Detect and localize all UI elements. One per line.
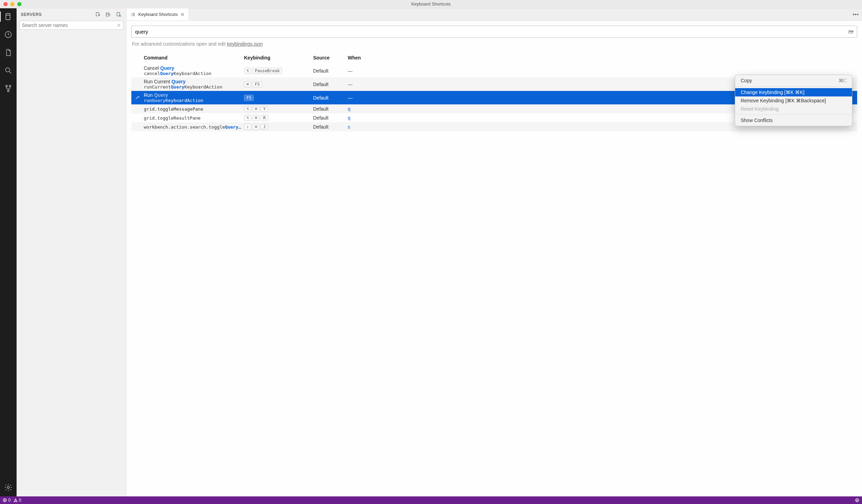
activity-bar — [0, 8, 17, 496]
menu-copy[interactable]: Copy⌘C — [735, 76, 852, 85]
helper-text: For advanced customizations open and edi… — [131, 38, 857, 52]
tab-overflow-button[interactable]: ••• — [850, 8, 862, 20]
sidebar-title: SERVERS — [21, 12, 91, 17]
svg-rect-0 — [6, 13, 10, 20]
svg-rect-10 — [96, 12, 99, 16]
source-cell: Default — [313, 115, 348, 121]
editor-area: Keyboard Shortcuts ✕ ••• For advanced cu… — [127, 8, 862, 496]
tab-label: Keyboard Shortcuts — [138, 12, 178, 17]
svg-point-7 — [8, 90, 9, 92]
server-search-field[interactable]: ✕ — [19, 21, 123, 30]
menu-show-conflicts[interactable]: Show Conflicts — [735, 116, 852, 124]
status-warnings[interactable]: 0 — [13, 498, 21, 503]
files-activity-icon[interactable] — [3, 47, 14, 58]
window-minimize-button[interactable] — [10, 2, 15, 6]
menu-remove-keybinding[interactable]: Remove Keybinding [⌘K ⌘Backspace] — [735, 96, 852, 105]
svg-rect-26 — [852, 31, 852, 32]
source-cell: Default — [313, 106, 348, 112]
keybinding-cell: ⌥⌘R — [244, 115, 313, 121]
window-titlebar: Keyboard Shortcuts — [0, 0, 862, 8]
svg-point-33 — [856, 500, 857, 500]
svg-point-34 — [858, 500, 858, 500]
command-cell: grid.toggleResultPane — [144, 115, 244, 121]
edit-icon[interactable] — [131, 95, 144, 100]
svg-point-6 — [9, 85, 11, 87]
new-group-icon[interactable] — [105, 11, 112, 18]
menu-reset-keybinding: Reset Keybinding — [735, 105, 852, 113]
close-tab-icon[interactable]: ✕ — [180, 12, 185, 17]
record-keys-icon[interactable] — [847, 28, 854, 35]
keybinding-cell: F5 — [244, 95, 313, 101]
window-close-button[interactable] — [3, 2, 8, 6]
source-cell: Default — [313, 95, 348, 101]
history-activity-icon[interactable] — [3, 29, 14, 40]
source-control-activity-icon[interactable] — [3, 83, 14, 94]
tab-bar: Keyboard Shortcuts ✕ ••• — [127, 8, 862, 21]
settings-activity-icon[interactable] — [3, 482, 14, 493]
clear-search-icon[interactable]: ✕ — [117, 22, 121, 28]
server-search-input[interactable] — [22, 22, 117, 28]
tab-keyboard-shortcuts[interactable]: Keyboard Shortcuts ✕ — [127, 8, 189, 20]
keybinding-cell: ⇧⌘J — [244, 124, 313, 130]
list-icon — [131, 12, 135, 17]
command-cell: Cancel QuerycancelQueryKeyboardAction — [144, 65, 244, 76]
col-when[interactable]: When — [348, 54, 857, 62]
svg-point-9 — [7, 486, 9, 488]
svg-rect-13 — [106, 13, 109, 16]
svg-point-5 — [6, 85, 8, 87]
svg-line-4 — [9, 72, 11, 73]
status-bar: 0 0 — [0, 496, 862, 504]
status-feedback[interactable] — [855, 498, 859, 502]
command-cell: grid.toggleMessagePane — [144, 106, 244, 112]
svg-point-32 — [855, 498, 859, 502]
command-cell: Run Current QueryrunCurrentQueryKeyboard… — [144, 79, 244, 90]
source-cell: Default — [313, 124, 348, 130]
svg-point-3 — [6, 68, 10, 72]
col-source[interactable]: Source — [313, 54, 348, 62]
keybinding-cell: ⌥⌘Y — [244, 106, 313, 112]
keybindings-json-link[interactable]: keybindings.json — [227, 41, 263, 47]
status-errors[interactable]: 0 — [3, 498, 11, 503]
window-zoom-button[interactable] — [17, 2, 21, 6]
col-command[interactable]: Command — [144, 54, 244, 62]
window-title: Keyboard Shortcuts — [411, 1, 451, 7]
new-connection-icon[interactable] — [94, 11, 101, 18]
source-cell: Default — [313, 68, 348, 74]
servers-activity-icon[interactable] — [3, 11, 14, 22]
col-keybinding[interactable]: Keybinding — [244, 54, 313, 62]
svg-rect-24 — [850, 31, 850, 32]
command-cell: Run QueryrunQueryKeyboardAction — [144, 92, 244, 103]
servers-sidebar: SERVERS ✕ — [17, 8, 127, 496]
context-menu: Copy⌘C Change Keybinding [⌘K ⌘K] Remove … — [735, 75, 852, 126]
command-cell: workbench.action.search.toggleQuery… — [144, 124, 244, 130]
keybinding-cell: ⌥PauseBreak — [244, 68, 313, 74]
active-connections-icon[interactable] — [115, 11, 122, 18]
when-cell: — — [348, 68, 857, 74]
search-activity-icon[interactable] — [3, 65, 14, 76]
keybinding-cell: ⌘F5 — [244, 81, 313, 87]
keybinding-search-input[interactable] — [131, 26, 857, 38]
svg-rect-25 — [851, 31, 851, 32]
source-cell: Default — [313, 82, 348, 87]
menu-change-keybinding[interactable]: Change Keybinding [⌘K ⌘K] — [735, 88, 852, 96]
